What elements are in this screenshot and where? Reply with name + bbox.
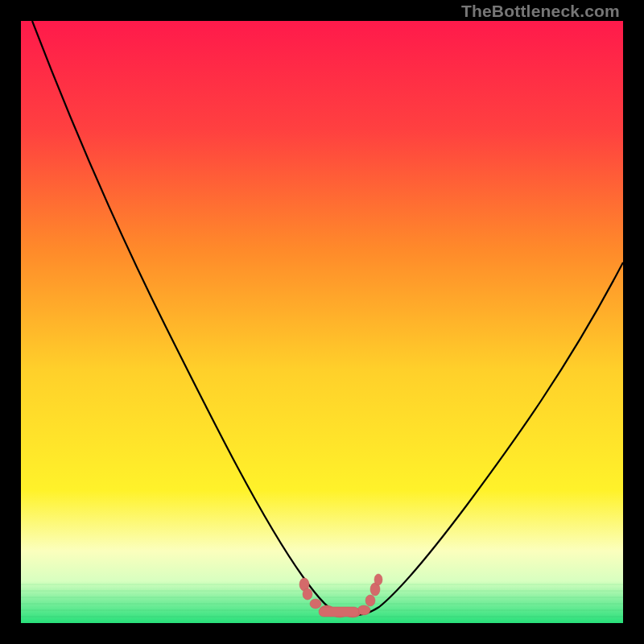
heat-gradient-background (21, 21, 623, 623)
chart-frame: TheBottleneck.com (0, 0, 644, 644)
watermark-text: TheBottleneck.com (461, 2, 620, 21)
svg-rect-0 (21, 21, 623, 623)
plot-area (21, 21, 623, 623)
